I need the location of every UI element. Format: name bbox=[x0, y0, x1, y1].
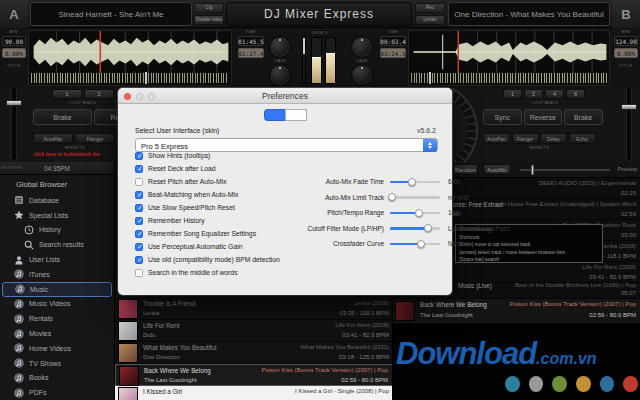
deck-b-scrub-strip[interactable] bbox=[411, 73, 607, 83]
sidebar-item[interactable]: iTunes bbox=[0, 267, 114, 282]
preference-row[interactable]: Beat-Matching when Auto-Mix bbox=[135, 188, 280, 201]
rec-button[interactable]: Rec bbox=[415, 3, 445, 13]
music-icon bbox=[13, 313, 24, 324]
sidebar-item[interactable]: PDFs bbox=[0, 385, 114, 400]
transport-button[interactable]: Brake bbox=[564, 109, 603, 125]
track-row[interactable]: Trouble Is A Friend Lenka (2008) Lenka 0… bbox=[115, 298, 393, 320]
slider[interactable] bbox=[390, 196, 440, 199]
deck-b-waveform[interactable] bbox=[408, 30, 610, 86]
checkbox[interactable] bbox=[135, 165, 143, 173]
effect-button[interactable]: Flanger bbox=[75, 133, 115, 144]
checkbox[interactable] bbox=[135, 243, 143, 251]
preview-volume-slider[interactable] bbox=[520, 169, 610, 171]
track-row[interactable]: Back Where We Belong Poison Kiss (Bonus … bbox=[393, 299, 640, 324]
transport-button[interactable]: Sync bbox=[483, 109, 522, 125]
deck-a-gain-knob[interactable] bbox=[269, 36, 291, 58]
slider[interactable] bbox=[390, 181, 440, 184]
deck-b-loop-beats: 1248 bbox=[503, 89, 585, 99]
effect-button[interactable]: Echo bbox=[569, 133, 596, 144]
dialog-tab[interactable] bbox=[285, 109, 307, 121]
slider-thumb[interactable] bbox=[408, 178, 416, 186]
checkbox[interactable] bbox=[135, 178, 143, 186]
sidebar-item[interactable]: Database bbox=[0, 193, 114, 208]
deck-b-pitch-fader[interactable] bbox=[627, 88, 631, 160]
lock-hint-text[interactable]: click here to lock/unlock the bbox=[33, 151, 117, 157]
browser-sidebar: BROWSER 04:35PM Global Browser Database … bbox=[0, 162, 115, 400]
deck-b-transport: SyncReverseBrake bbox=[483, 109, 603, 125]
effect-button[interactable]: Delay bbox=[540, 133, 567, 144]
sidebar-item[interactable]: History bbox=[0, 223, 114, 238]
effect-button[interactable]: AutoPan bbox=[483, 133, 510, 144]
deck-a-pitch-fader-handle[interactable] bbox=[6, 100, 22, 106]
preference-row[interactable]: Use Slow Speed/Pitch Reset bbox=[135, 201, 280, 214]
sidebar-item-label: Movies bbox=[29, 330, 51, 337]
cfg-button[interactable]: Cfg bbox=[194, 3, 224, 13]
loop-beat-button[interactable]: 1 bbox=[503, 89, 522, 99]
preference-row[interactable]: Remember Song Equalizer Settings bbox=[135, 227, 280, 240]
sidebar-item[interactable]: Rentals bbox=[0, 311, 114, 326]
sidebar-item[interactable]: TV Shows bbox=[0, 356, 114, 371]
sidebar-item[interactable]: Music bbox=[2, 282, 112, 297]
slider-thumb[interactable] bbox=[417, 240, 425, 248]
preference-row[interactable]: Reset Pitch after Auto-Mix bbox=[135, 175, 280, 188]
dialog-titlebar[interactable]: Preferences bbox=[118, 88, 452, 104]
deck-a-eq-knob[interactable] bbox=[269, 64, 291, 86]
deck-b-eq-knob[interactable] bbox=[351, 64, 373, 86]
preview-volume-thumb[interactable] bbox=[531, 165, 534, 175]
loop-beat-button[interactable]: 8 bbox=[566, 89, 585, 99]
deck-a-pitch-fader[interactable] bbox=[12, 88, 16, 160]
checkbox[interactable] bbox=[135, 204, 143, 212]
sidebar-item[interactable]: Books bbox=[0, 371, 114, 386]
loop-beat-button[interactable]: 2 bbox=[84, 89, 114, 99]
loop-beat-button[interactable]: 1 bbox=[52, 89, 82, 99]
preference-row[interactable]: Remember History bbox=[135, 214, 280, 227]
deck-b-effects: AutoPanFlangerDelayEcho bbox=[483, 133, 596, 144]
random-button[interactable]: Random bbox=[453, 164, 478, 175]
automix-button[interactable]: AutoMix bbox=[483, 164, 511, 175]
transport-button[interactable]: Brake bbox=[33, 109, 92, 125]
deck-b-pitch-fader-handle[interactable] bbox=[621, 104, 637, 110]
deck-b-gain-knob[interactable] bbox=[351, 36, 373, 58]
limiter-button[interactable]: Limiter bbox=[415, 15, 445, 25]
checkbox[interactable] bbox=[135, 230, 143, 238]
preference-row[interactable]: Use old (compatibility mode) BPM detecti… bbox=[135, 253, 280, 266]
checkbox[interactable] bbox=[135, 217, 143, 225]
dropdown-stepper-icon[interactable] bbox=[423, 139, 437, 152]
deck-a-waveform[interactable] bbox=[28, 30, 232, 86]
slider[interactable] bbox=[390, 227, 440, 230]
loop-beat-button[interactable]: 2 bbox=[524, 89, 543, 99]
preference-row[interactable]: Show Hints (tooltips) bbox=[135, 149, 280, 162]
slider-thumb[interactable] bbox=[388, 193, 396, 201]
effect-button[interactable]: AutoPan bbox=[33, 133, 73, 144]
sidebar-item[interactable]: Music Videos bbox=[0, 297, 114, 312]
watermark-text: Download.com.vn bbox=[396, 336, 638, 372]
mini-fader[interactable] bbox=[302, 37, 306, 84]
sidebar-item[interactable]: Special Lists bbox=[0, 208, 114, 223]
sidebar-item[interactable]: User Lists bbox=[0, 252, 114, 267]
sidebar-item[interactable]: Search results bbox=[0, 237, 114, 252]
track-row[interactable]: What Makes You Beautiful What Makes You … bbox=[115, 342, 393, 364]
sidebar-item[interactable]: Home Videos bbox=[0, 341, 114, 356]
track-row[interactable]: Life For Rent Life For Rent (2008) Dido … bbox=[115, 320, 393, 342]
slider-thumb[interactable] bbox=[415, 209, 423, 217]
slider[interactable] bbox=[390, 243, 440, 246]
preference-row[interactable]: Search in the middle of words bbox=[135, 266, 280, 279]
transport-button[interactable]: Reverse bbox=[524, 109, 563, 125]
deck-b-effects-label: EFFECTS bbox=[483, 146, 596, 150]
preference-row[interactable]: Use Perceptual Automatic Gain bbox=[135, 240, 280, 253]
deck-a-scrub-strip[interactable] bbox=[31, 73, 229, 83]
disable-video-button[interactable]: Disable video bbox=[194, 15, 224, 25]
loop-beat-button[interactable]: 4 bbox=[545, 89, 564, 99]
checkbox[interactable] bbox=[135, 256, 143, 264]
checkbox[interactable] bbox=[135, 152, 143, 160]
slider-thumb[interactable] bbox=[424, 224, 432, 232]
checkbox[interactable] bbox=[135, 269, 143, 277]
preference-row[interactable]: Reset Deck after Load bbox=[135, 162, 280, 175]
sidebar-item[interactable]: Movies bbox=[0, 326, 114, 341]
slider[interactable] bbox=[390, 212, 440, 215]
track-row[interactable]: Back Where We Belong Poison Kiss (Bonus … bbox=[115, 364, 393, 386]
dialog-tab[interactable] bbox=[264, 109, 285, 121]
track-row[interactable]: I Kissed a Girl I Kissed a Girl - Single… bbox=[115, 386, 393, 400]
checkbox[interactable] bbox=[135, 191, 143, 199]
effect-button[interactable]: Flanger bbox=[512, 133, 539, 144]
